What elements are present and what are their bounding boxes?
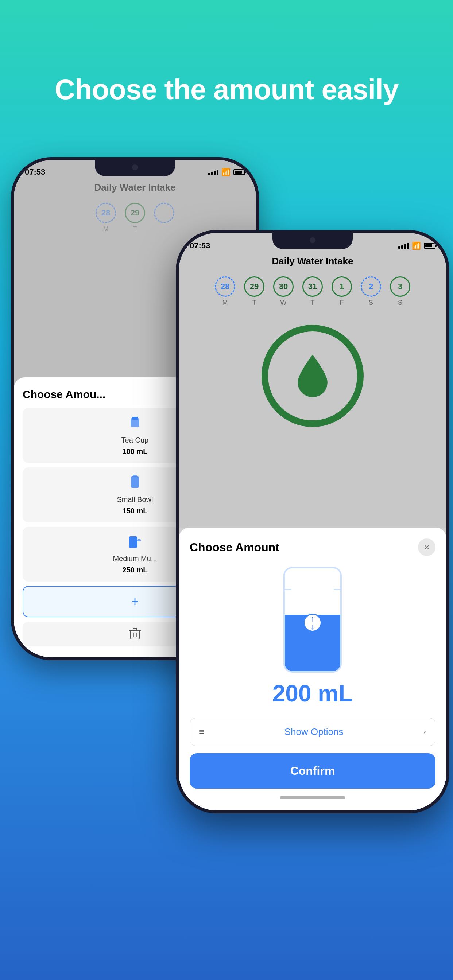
back-wifi-icon: 📶 (222, 168, 231, 177)
front-cal-day-28: 28 M (211, 276, 239, 307)
front-calendar-row: 28 M 29 T 30 W 31 T (179, 273, 447, 310)
front-wifi-icon: 📶 (412, 241, 421, 250)
back-item1-label: Tea Cup (121, 436, 149, 444)
front-cal-circle-29: 29 (244, 276, 265, 297)
front-app-content: 07:53 📶 (179, 233, 447, 810)
svg-rect-2 (131, 476, 139, 488)
phone-front: 07:53 📶 (176, 230, 449, 813)
hero-title: Choose the amount easily (0, 0, 453, 135)
front-time: 07:53 (190, 241, 210, 250)
front-camera (309, 237, 316, 243)
back-item1-icon (128, 415, 142, 433)
back-item1-ml: 100 mL (123, 447, 148, 456)
back-time: 07:53 (25, 167, 45, 177)
back-status-icons: 📶 (208, 168, 245, 177)
back-item3-label: Medium Mu... (113, 555, 157, 563)
back-item2-icon (129, 475, 140, 493)
front-cal-circle-3: 3 (390, 276, 410, 297)
front-cal-day-29: 29 T (239, 276, 269, 307)
front-cal-day-30: 30 W (269, 276, 298, 307)
back-item2-label: Small Bowl (117, 495, 153, 504)
home-indicator (280, 796, 345, 799)
svg-rect-3 (133, 475, 137, 477)
confirm-button[interactable]: Confirm (190, 753, 435, 789)
back-item2-ml: 150 mL (123, 507, 148, 515)
svg-rect-4 (129, 536, 137, 548)
front-app-bg: 07:53 📶 (179, 233, 447, 528)
front-cal-day-2: 2 S (356, 276, 386, 307)
front-cal-day-1: 1 F (327, 276, 356, 307)
back-battery-icon (233, 169, 245, 175)
back-add-icon: + (131, 594, 139, 609)
front-modal-sheet: Choose Amount × (179, 528, 447, 810)
options-label: Show Options (284, 726, 344, 738)
front-cal-circle-30: 30 (273, 276, 293, 297)
phone-front-screen: 07:53 📶 (179, 233, 447, 810)
modal-close-button[interactable]: × (418, 538, 435, 556)
back-signal-icon (208, 170, 219, 175)
front-cal-day-31: 31 T (298, 276, 327, 307)
back-item3-ml: 250 mL (123, 566, 148, 574)
gauge-visual: ↑ ↓ (283, 567, 342, 673)
modal-header: Choose Amount × (190, 538, 435, 556)
svg-rect-5 (137, 539, 141, 541)
gauge-tick-top (284, 589, 292, 590)
svg-rect-1 (132, 417, 138, 420)
front-cal-circle-2: 2 (361, 276, 381, 297)
front-cal-circle-31: 31 (302, 276, 323, 297)
gauge-arrows: ↑ ↓ (311, 615, 315, 631)
phones-wrapper: 07:53 📶 (0, 135, 453, 901)
options-list-icon: ≡ (199, 726, 204, 738)
back-trash-icon (129, 627, 141, 641)
gauge-tick-top-right (334, 589, 341, 590)
front-signal-icon (398, 243, 409, 249)
gauge-value: 200 mL (273, 680, 353, 707)
water-ring (262, 325, 364, 427)
gauge-handle[interactable]: ↑ ↓ (303, 614, 322, 632)
water-drop-icon (287, 350, 338, 401)
front-cal-circle-28: 28 (215, 276, 235, 297)
gauge-container: ↑ ↓ 200 mL (190, 567, 435, 707)
front-cal-circle-1: 1 (332, 276, 352, 297)
back-camera (132, 164, 138, 170)
back-notch (95, 160, 175, 176)
water-icon-container (179, 325, 447, 427)
options-chevron-icon: ‹ (423, 727, 426, 737)
home-indicator-area (190, 792, 435, 803)
modal-title: Choose Amount (190, 541, 279, 554)
svg-rect-8 (133, 628, 137, 630)
front-cal-day-3: 3 S (386, 276, 415, 307)
back-item3-icon (127, 534, 143, 552)
front-nav-title: Daily Water Intake (179, 252, 447, 273)
front-status-icons: 📶 (398, 241, 435, 250)
svg-rect-6 (131, 630, 139, 639)
front-notch (273, 233, 353, 249)
options-row[interactable]: ≡ Show Options ‹ (190, 718, 435, 746)
front-battery-icon (424, 243, 435, 249)
